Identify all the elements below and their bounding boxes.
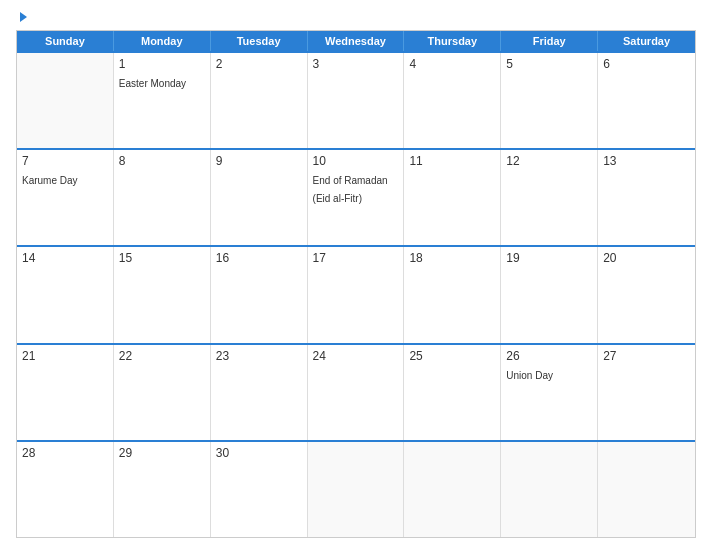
day-cell: 6: [598, 53, 695, 148]
holiday-name: Union Day: [506, 370, 553, 381]
day-number: 1: [119, 57, 205, 71]
day-cell: 25: [404, 345, 501, 440]
day-number: 13: [603, 154, 690, 168]
day-cell: 9: [211, 150, 308, 245]
day-cell: 16: [211, 247, 308, 342]
day-cell: 20: [598, 247, 695, 342]
day-number: 2: [216, 57, 302, 71]
day-cell: 13: [598, 150, 695, 245]
day-number: 28: [22, 446, 108, 460]
day-cell: 12: [501, 150, 598, 245]
holiday-name: Easter Monday: [119, 78, 186, 89]
day-number: 29: [119, 446, 205, 460]
holiday-name: Karume Day: [22, 175, 78, 186]
day-cell: [404, 442, 501, 537]
day-cell: 5: [501, 53, 598, 148]
header: [16, 12, 696, 22]
logo: [16, 12, 27, 22]
day-cell: 26Union Day: [501, 345, 598, 440]
day-cell: 14: [17, 247, 114, 342]
day-cell: 24: [308, 345, 405, 440]
calendar-page: SundayMondayTuesdayWednesdayThursdayFrid…: [0, 0, 712, 550]
day-number: 11: [409, 154, 495, 168]
day-cell: 19: [501, 247, 598, 342]
day-cell: 21: [17, 345, 114, 440]
day-number: 4: [409, 57, 495, 71]
day-cell: 8: [114, 150, 211, 245]
logo-triangle-icon: [20, 12, 27, 22]
day-number: 27: [603, 349, 690, 363]
day-cell: 18: [404, 247, 501, 342]
day-cell: 29: [114, 442, 211, 537]
day-cell: [598, 442, 695, 537]
day-number: 14: [22, 251, 108, 265]
holiday-name: End of Ramadan (Eid al-Fitr): [313, 175, 388, 204]
day-cell: 2: [211, 53, 308, 148]
day-number: 25: [409, 349, 495, 363]
week-row-4: 212223242526Union Day27: [17, 343, 695, 440]
week-row-1: 1Easter Monday23456: [17, 51, 695, 148]
week-row-5: 282930: [17, 440, 695, 537]
day-number: 17: [313, 251, 399, 265]
day-number: 3: [313, 57, 399, 71]
day-number: 26: [506, 349, 592, 363]
day-cell: 3: [308, 53, 405, 148]
day-cell: 28: [17, 442, 114, 537]
day-header-monday: Monday: [114, 31, 211, 51]
day-number: 6: [603, 57, 690, 71]
day-header-saturday: Saturday: [598, 31, 695, 51]
day-number: 22: [119, 349, 205, 363]
day-number: 20: [603, 251, 690, 265]
calendar-grid: SundayMondayTuesdayWednesdayThursdayFrid…: [16, 30, 696, 538]
day-number: 30: [216, 446, 302, 460]
day-cell: 4: [404, 53, 501, 148]
logo-blue-row: [16, 12, 27, 22]
day-cell: 22: [114, 345, 211, 440]
day-cell: 7Karume Day: [17, 150, 114, 245]
day-cell: 11: [404, 150, 501, 245]
day-cell: [501, 442, 598, 537]
week-row-3: 14151617181920: [17, 245, 695, 342]
day-number: 7: [22, 154, 108, 168]
days-header: SundayMondayTuesdayWednesdayThursdayFrid…: [17, 31, 695, 51]
week-row-2: 7Karume Day8910End of Ramadan (Eid al-Fi…: [17, 148, 695, 245]
day-header-sunday: Sunday: [17, 31, 114, 51]
day-header-wednesday: Wednesday: [308, 31, 405, 51]
day-number: 21: [22, 349, 108, 363]
day-cell: 27: [598, 345, 695, 440]
day-header-tuesday: Tuesday: [211, 31, 308, 51]
day-number: 5: [506, 57, 592, 71]
day-cell: 17: [308, 247, 405, 342]
day-number: 19: [506, 251, 592, 265]
day-number: 12: [506, 154, 592, 168]
day-cell: 10End of Ramadan (Eid al-Fitr): [308, 150, 405, 245]
day-number: 23: [216, 349, 302, 363]
day-number: 8: [119, 154, 205, 168]
day-cell: 30: [211, 442, 308, 537]
day-cell: 15: [114, 247, 211, 342]
day-cell: [17, 53, 114, 148]
day-header-thursday: Thursday: [404, 31, 501, 51]
weeks-container: 1Easter Monday234567Karume Day8910End of…: [17, 51, 695, 537]
day-cell: 1Easter Monday: [114, 53, 211, 148]
day-number: 15: [119, 251, 205, 265]
day-number: 16: [216, 251, 302, 265]
day-number: 9: [216, 154, 302, 168]
day-number: 24: [313, 349, 399, 363]
day-header-friday: Friday: [501, 31, 598, 51]
day-number: 10: [313, 154, 399, 168]
day-number: 18: [409, 251, 495, 265]
day-cell: [308, 442, 405, 537]
day-cell: 23: [211, 345, 308, 440]
